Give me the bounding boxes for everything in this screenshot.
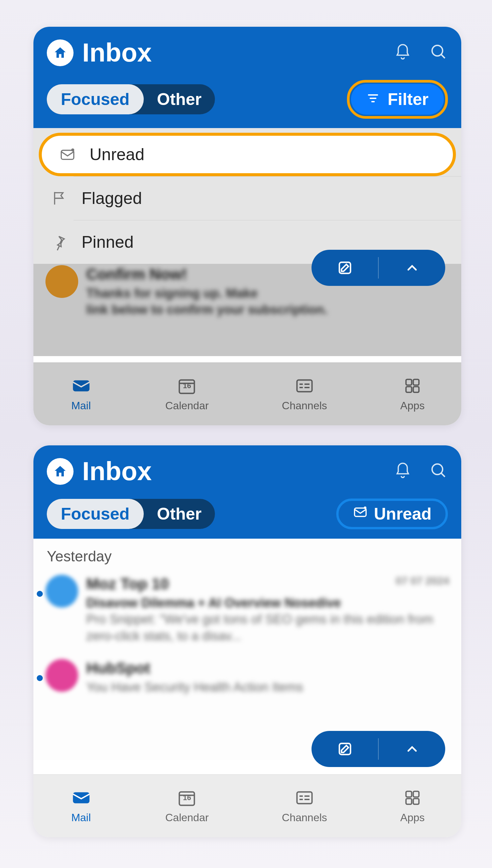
svg-rect-36 bbox=[413, 798, 419, 804]
svg-rect-28 bbox=[297, 792, 312, 804]
nav-channels[interactable]: Channels bbox=[282, 376, 327, 412]
filter-option-label: Unread bbox=[90, 145, 144, 164]
email-preview: Thanks for signing up. Make bbox=[86, 285, 449, 302]
calendar-icon: 16 bbox=[177, 376, 197, 395]
svg-rect-5 bbox=[61, 150, 74, 160]
filter-option-label: Flagged bbox=[81, 189, 142, 208]
calendar-day: 16 bbox=[183, 793, 191, 802]
nav-label: Mail bbox=[71, 400, 91, 412]
bottom-nav: Mail 16 Calendar Channels Apps bbox=[33, 774, 461, 837]
tab-focused[interactable]: Focused bbox=[47, 84, 144, 114]
calendar-icon: 16 bbox=[177, 788, 197, 807]
email-row[interactable]: Moz Top 10 07 07 2024 Disavow Dilemma + … bbox=[33, 568, 461, 652]
pin-icon bbox=[51, 234, 68, 250]
screenshot-filter-menu: Inbox Focused Other Filter bbox=[33, 27, 461, 425]
filter-icon bbox=[366, 90, 380, 109]
compose-fab bbox=[312, 731, 445, 760]
bell-icon[interactable] bbox=[394, 462, 412, 481]
focus-segmented-control: Focused Other bbox=[47, 84, 215, 114]
compose-fab bbox=[312, 250, 445, 286]
svg-rect-8 bbox=[73, 381, 90, 391]
svg-rect-34 bbox=[413, 791, 419, 797]
search-icon[interactable] bbox=[430, 43, 448, 63]
app-header: Inbox Focused Other Filter bbox=[33, 27, 461, 128]
email-sender: Moz Top 10 bbox=[86, 575, 169, 593]
email-row[interactable]: HubSpot You Have Security Health Action … bbox=[33, 652, 461, 703]
svg-rect-16 bbox=[406, 380, 412, 385]
home-icon[interactable] bbox=[47, 458, 74, 485]
svg-rect-25 bbox=[73, 792, 90, 803]
avatar bbox=[46, 659, 78, 692]
apps-icon bbox=[403, 788, 422, 807]
nav-calendar[interactable]: 16 Calendar bbox=[166, 788, 209, 824]
svg-rect-18 bbox=[406, 387, 412, 392]
email-preview: Pro Snippet: "We've got tons of SEO gems… bbox=[86, 611, 449, 644]
channels-icon bbox=[294, 788, 315, 807]
svg-point-6 bbox=[71, 148, 74, 151]
unread-dot-icon bbox=[37, 675, 43, 681]
nav-mail[interactable]: Mail bbox=[70, 788, 92, 824]
svg-point-20 bbox=[432, 464, 443, 475]
mail-icon bbox=[70, 788, 92, 807]
svg-point-0 bbox=[432, 45, 443, 56]
envelope-unread-icon bbox=[353, 504, 368, 524]
filter-option-unread[interactable]: Unread bbox=[42, 136, 453, 173]
svg-rect-17 bbox=[413, 380, 419, 385]
compose-button[interactable] bbox=[312, 731, 378, 760]
screenshot-unread-filter-active: Inbox Focused Other Unread bbox=[33, 445, 461, 837]
nav-label: Channels bbox=[282, 400, 327, 412]
filter-dropdown: Unread Flagged Pinned bbox=[33, 128, 461, 264]
tab-other[interactable]: Other bbox=[144, 90, 215, 109]
svg-rect-22 bbox=[354, 508, 366, 516]
active-filter-label: Unread bbox=[374, 504, 432, 524]
email-sender: HubSpot bbox=[86, 659, 449, 677]
svg-rect-33 bbox=[406, 791, 412, 797]
compose-button[interactable] bbox=[312, 250, 378, 286]
svg-line-21 bbox=[441, 473, 445, 477]
flag-icon bbox=[51, 190, 68, 207]
envelope-unread-icon bbox=[59, 146, 76, 163]
active-filter-unread[interactable]: Unread bbox=[336, 499, 448, 529]
search-icon[interactable] bbox=[430, 462, 448, 481]
fab-expand-button[interactable] bbox=[379, 731, 445, 760]
avatar bbox=[46, 265, 78, 298]
mail-icon bbox=[70, 376, 92, 395]
home-icon[interactable] bbox=[47, 40, 74, 66]
tutorial-highlight-filter: Filter bbox=[347, 80, 448, 119]
bell-icon[interactable] bbox=[394, 43, 412, 63]
tab-other[interactable]: Other bbox=[144, 504, 215, 524]
nav-mail[interactable]: Mail bbox=[70, 376, 92, 412]
nav-label: Mail bbox=[71, 812, 91, 824]
section-header: Yesterday bbox=[33, 539, 461, 568]
email-subject: Disavow Dilemma + AI Overview Nosedive bbox=[86, 595, 449, 611]
nav-apps[interactable]: Apps bbox=[400, 788, 425, 824]
page-title: Inbox bbox=[82, 456, 385, 486]
bottom-nav: Mail 16 Calendar Channels Apps bbox=[33, 362, 461, 425]
nav-label: Calendar bbox=[166, 400, 209, 412]
svg-rect-19 bbox=[413, 387, 419, 392]
nav-calendar[interactable]: 16 Calendar bbox=[166, 376, 209, 412]
filter-button[interactable]: Filter bbox=[351, 84, 444, 115]
nav-label: Calendar bbox=[166, 812, 209, 824]
nav-label: Apps bbox=[400, 400, 425, 412]
unread-dot-icon bbox=[37, 591, 43, 597]
tab-focused[interactable]: Focused bbox=[47, 499, 144, 529]
calendar-day: 16 bbox=[183, 382, 191, 390]
filter-label: Filter bbox=[388, 90, 428, 109]
avatar bbox=[46, 575, 78, 607]
email-preview: link below to confirm your subscription. bbox=[86, 302, 449, 318]
nav-channels[interactable]: Channels bbox=[282, 788, 327, 824]
fab-expand-button[interactable] bbox=[379, 250, 445, 286]
nav-label: Channels bbox=[282, 812, 327, 824]
svg-line-1 bbox=[441, 54, 445, 58]
svg-rect-11 bbox=[297, 380, 312, 392]
filter-option-flagged[interactable]: Flagged bbox=[33, 176, 461, 220]
email-date: 07 07 2024 bbox=[396, 575, 449, 595]
nav-label: Apps bbox=[400, 812, 425, 824]
nav-apps[interactable]: Apps bbox=[400, 376, 425, 412]
filter-option-label: Pinned bbox=[81, 233, 134, 252]
svg-rect-35 bbox=[406, 798, 412, 804]
email-subject: You Have Security Health Action Items bbox=[86, 679, 449, 696]
channels-icon bbox=[294, 376, 315, 395]
apps-icon bbox=[403, 376, 422, 395]
